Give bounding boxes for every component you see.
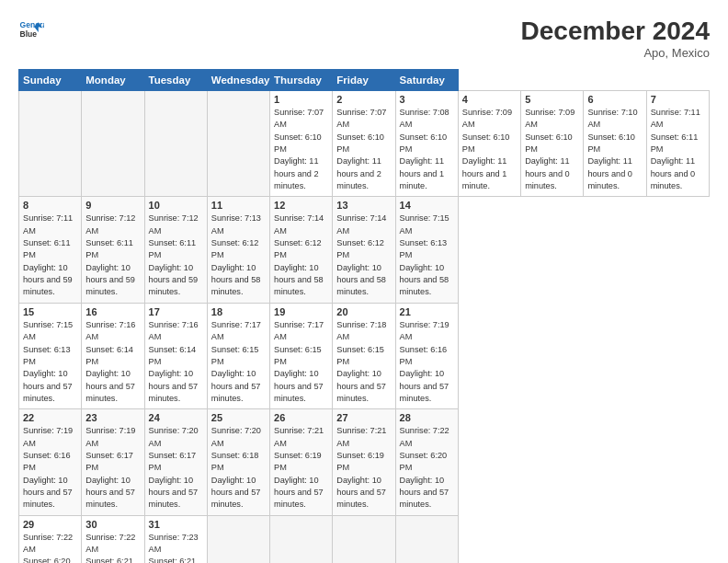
day-number: 12 <box>274 200 328 211</box>
day-number: 8 <box>23 200 77 211</box>
calendar-cell <box>19 91 82 197</box>
location: Apo, Mexico <box>521 46 710 60</box>
cell-info: Sunrise: 7:11 AMSunset: 6:11 PMDaylight:… <box>651 107 705 192</box>
day-number: 3 <box>400 94 454 105</box>
cell-info: Sunrise: 7:15 AMSunset: 6:13 PMDaylight:… <box>400 213 454 298</box>
cell-info: Sunrise: 7:07 AMSunset: 6:10 PMDaylight:… <box>274 107 328 192</box>
cell-info: Sunrise: 7:13 AMSunset: 6:12 PMDaylight:… <box>211 213 266 298</box>
cell-info: Sunrise: 7:17 AMSunset: 6:15 PMDaylight:… <box>211 319 266 405</box>
day-number: 26 <box>274 412 328 423</box>
calendar-cell: 26Sunrise: 7:21 AMSunset: 6:19 PMDayligh… <box>270 409 333 515</box>
svg-text:Blue: Blue <box>20 29 38 39</box>
cell-info: Sunrise: 7:09 AMSunset: 6:10 PMDaylight:… <box>525 107 579 192</box>
day-number: 9 <box>85 200 140 211</box>
calendar-cell: 29Sunrise: 7:22 AMSunset: 6:20 PMDayligh… <box>19 515 82 563</box>
calendar-cell: 17Sunrise: 7:16 AMSunset: 6:14 PMDayligh… <box>144 303 207 408</box>
col-header-friday: Friday <box>333 70 395 91</box>
calendar-cell: 13Sunrise: 7:14 AMSunset: 6:12 PMDayligh… <box>333 197 395 303</box>
day-number: 29 <box>23 519 77 530</box>
calendar-cell: 23Sunrise: 7:19 AMSunset: 6:17 PMDayligh… <box>82 409 144 515</box>
logo: General Blue <box>18 17 44 42</box>
calendar-cell: 24Sunrise: 7:20 AMSunset: 6:17 PMDayligh… <box>144 409 207 515</box>
day-number: 2 <box>336 94 391 105</box>
cell-info: Sunrise: 7:15 AMSunset: 6:13 PMDaylight:… <box>23 319 77 405</box>
cell-info: Sunrise: 7:20 AMSunset: 6:17 PMDaylight:… <box>149 425 203 511</box>
calendar-cell: 6Sunrise: 7:10 AMSunset: 6:10 PMDaylight… <box>584 91 646 197</box>
calendar-cell: 28Sunrise: 7:22 AMSunset: 6:20 PMDayligh… <box>395 409 458 515</box>
cell-info: Sunrise: 7:14 AMSunset: 6:12 PMDaylight:… <box>274 213 328 298</box>
cell-info: Sunrise: 7:23 AMSunset: 6:21 PMDaylight:… <box>149 532 203 563</box>
cell-info: Sunrise: 7:12 AMSunset: 6:11 PMDaylight:… <box>149 213 203 298</box>
calendar-cell: 15Sunrise: 7:15 AMSunset: 6:13 PMDayligh… <box>19 303 82 408</box>
day-number: 23 <box>85 412 140 423</box>
calendar-cell: 5Sunrise: 7:09 AMSunset: 6:10 PMDaylight… <box>521 91 584 197</box>
day-number: 28 <box>400 412 454 423</box>
calendar-cell: 20Sunrise: 7:18 AMSunset: 6:15 PMDayligh… <box>333 303 395 408</box>
day-number: 14 <box>400 200 454 211</box>
cell-info: Sunrise: 7:21 AMSunset: 6:19 PMDaylight:… <box>336 425 391 511</box>
cell-info: Sunrise: 7:14 AMSunset: 6:12 PMDaylight:… <box>336 213 391 298</box>
cell-info: Sunrise: 7:21 AMSunset: 6:19 PMDaylight:… <box>274 425 328 511</box>
day-number: 6 <box>587 94 642 105</box>
day-number: 18 <box>211 306 266 317</box>
day-number: 4 <box>462 94 517 105</box>
week-row-3: 15Sunrise: 7:15 AMSunset: 6:13 PMDayligh… <box>19 303 710 408</box>
week-row-4: 22Sunrise: 7:19 AMSunset: 6:16 PMDayligh… <box>19 409 710 515</box>
day-number: 27 <box>336 412 391 423</box>
cell-info: Sunrise: 7:16 AMSunset: 6:14 PMDaylight:… <box>149 319 203 405</box>
col-header-thursday: Thursday <box>270 70 333 91</box>
day-number: 31 <box>149 519 203 530</box>
day-number: 20 <box>336 306 391 317</box>
cell-info: Sunrise: 7:07 AMSunset: 6:10 PMDaylight:… <box>336 107 391 192</box>
calendar-cell: 1Sunrise: 7:07 AMSunset: 6:10 PMDaylight… <box>270 91 333 197</box>
day-number: 19 <box>274 306 328 317</box>
calendar-cell <box>270 515 333 563</box>
calendar-cell: 22Sunrise: 7:19 AMSunset: 6:16 PMDayligh… <box>19 409 82 515</box>
cell-info: Sunrise: 7:18 AMSunset: 6:15 PMDaylight:… <box>336 319 391 405</box>
calendar-cell: 2Sunrise: 7:07 AMSunset: 6:10 PMDaylight… <box>333 91 395 197</box>
col-header-sunday: Sunday <box>19 70 82 91</box>
day-number: 30 <box>85 519 140 530</box>
calendar-cell <box>395 515 458 563</box>
header: General Blue December 2024 Apo, Mexico <box>18 17 710 60</box>
calendar-cell: 8Sunrise: 7:11 AMSunset: 6:11 PMDaylight… <box>19 197 82 303</box>
cell-info: Sunrise: 7:17 AMSunset: 6:15 PMDaylight:… <box>274 319 328 405</box>
day-number: 1 <box>274 94 328 105</box>
calendar-cell: 19Sunrise: 7:17 AMSunset: 6:15 PMDayligh… <box>270 303 333 408</box>
calendar-cell: 16Sunrise: 7:16 AMSunset: 6:14 PMDayligh… <box>82 303 144 408</box>
day-number: 25 <box>211 412 266 423</box>
cell-info: Sunrise: 7:12 AMSunset: 6:11 PMDaylight:… <box>85 213 140 298</box>
col-header-saturday: Saturday <box>395 70 458 91</box>
day-number: 22 <box>23 412 77 423</box>
day-number: 17 <box>149 306 203 317</box>
day-number: 7 <box>651 94 705 105</box>
calendar-cell: 7Sunrise: 7:11 AMSunset: 6:11 PMDaylight… <box>646 91 709 197</box>
cell-info: Sunrise: 7:22 AMSunset: 6:21 PMDaylight:… <box>85 532 140 563</box>
calendar-cell: 14Sunrise: 7:15 AMSunset: 6:13 PMDayligh… <box>395 197 458 303</box>
calendar-cell <box>207 91 269 197</box>
calendar-cell: 31Sunrise: 7:23 AMSunset: 6:21 PMDayligh… <box>144 515 207 563</box>
calendar-cell: 11Sunrise: 7:13 AMSunset: 6:12 PMDayligh… <box>207 197 269 303</box>
cell-info: Sunrise: 7:20 AMSunset: 6:18 PMDaylight:… <box>211 425 266 511</box>
calendar-cell: 25Sunrise: 7:20 AMSunset: 6:18 PMDayligh… <box>207 409 269 515</box>
day-number: 16 <box>85 306 140 317</box>
title-block: December 2024 Apo, Mexico <box>521 17 710 60</box>
cell-info: Sunrise: 7:19 AMSunset: 6:16 PMDaylight:… <box>23 425 77 511</box>
cell-info: Sunrise: 7:10 AMSunset: 6:10 PMDaylight:… <box>587 107 642 192</box>
calendar-cell <box>144 91 207 197</box>
calendar-cell: 18Sunrise: 7:17 AMSunset: 6:15 PMDayligh… <box>207 303 269 408</box>
calendar-cell: 4Sunrise: 7:09 AMSunset: 6:10 PMDaylight… <box>458 91 520 197</box>
calendar-cell: 10Sunrise: 7:12 AMSunset: 6:11 PMDayligh… <box>144 197 207 303</box>
calendar-table: SundayMondayTuesdayWednesdayThursdayFrid… <box>18 69 710 563</box>
cell-info: Sunrise: 7:22 AMSunset: 6:20 PMDaylight:… <box>23 532 77 563</box>
calendar-cell: 27Sunrise: 7:21 AMSunset: 6:19 PMDayligh… <box>333 409 395 515</box>
calendar-cell <box>333 515 395 563</box>
week-row-1: 1Sunrise: 7:07 AMSunset: 6:10 PMDaylight… <box>19 91 710 197</box>
day-number: 13 <box>336 200 391 211</box>
day-number: 11 <box>211 200 266 211</box>
day-number: 24 <box>149 412 203 423</box>
calendar-cell: 21Sunrise: 7:19 AMSunset: 6:16 PMDayligh… <box>395 303 458 408</box>
calendar-cell: 9Sunrise: 7:12 AMSunset: 6:11 PMDaylight… <box>82 197 144 303</box>
cell-info: Sunrise: 7:11 AMSunset: 6:11 PMDaylight:… <box>23 213 77 298</box>
col-header-tuesday: Tuesday <box>144 70 207 91</box>
